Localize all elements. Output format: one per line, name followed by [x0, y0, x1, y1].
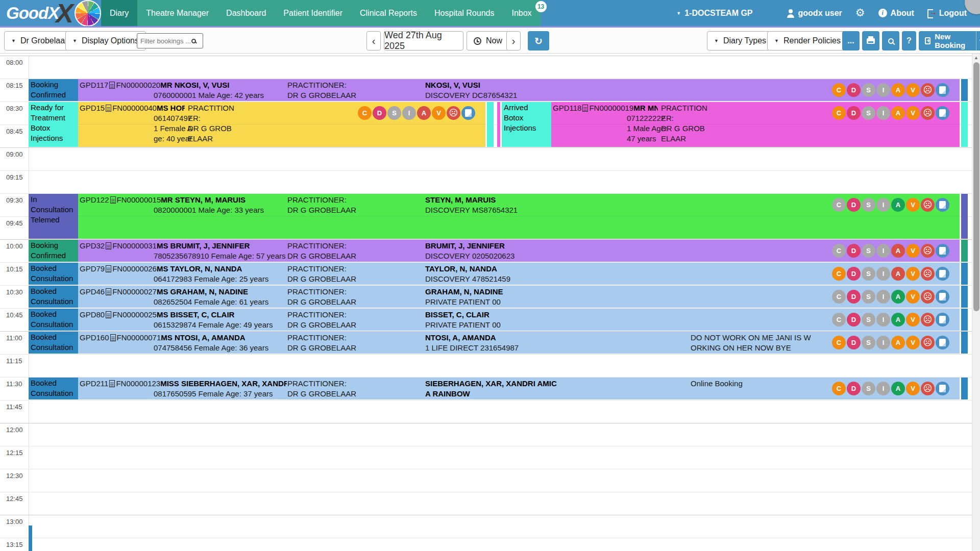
booking-graham[interactable]: Booked ConsultationGPD46FN00000027MS GRA… [29, 286, 968, 308]
note-button[interactable] [936, 106, 949, 120]
refresh-button[interactable]: ↻ [528, 31, 549, 51]
prev-day-button[interactable]: ‹ [366, 31, 381, 51]
document-icon[interactable] [582, 105, 588, 112]
time-slot-11:15[interactable]: 11:15 [0, 354, 972, 377]
print-button[interactable] [862, 31, 879, 51]
time-slot-12:00[interactable]: 12:00 [0, 423, 972, 446]
document-icon[interactable] [110, 334, 116, 341]
sad-face-button[interactable]: ☹ [921, 313, 935, 327]
diary-types-dropdown[interactable]: ▼ Diary Types [707, 31, 773, 51]
action-I-button[interactable]: I [876, 267, 890, 281]
nav-item-clinical-reports[interactable]: Clinical Reports [351, 0, 426, 26]
document-icon[interactable] [106, 288, 111, 295]
action-I-button[interactable]: I [402, 106, 416, 120]
action-C-button[interactable]: C [832, 336, 846, 349]
filter-bookings-input[interactable] [140, 37, 191, 45]
sad-face-button[interactable]: ☹ [447, 106, 460, 120]
action-A-button[interactable]: A [891, 336, 905, 349]
help-button[interactable]: ? [902, 31, 916, 51]
action-C-button[interactable]: C [832, 106, 846, 120]
action-V-button[interactable]: V [906, 106, 920, 120]
nav-item-dashboard[interactable]: Dashboard [217, 0, 275, 26]
sad-face-button[interactable]: ☹ [921, 198, 935, 212]
action-I-button[interactable]: I [876, 83, 890, 97]
more-button[interactable]: ... [842, 31, 860, 51]
time-slot-12:30[interactable]: 12:30 [0, 469, 972, 492]
action-A-button[interactable]: A [891, 290, 905, 304]
new-booking-main[interactable]: New Booking [919, 32, 976, 49]
action-I-button[interactable]: I [876, 382, 890, 395]
time-slot-11:45[interactable]: 11:45 [0, 400, 972, 423]
note-button[interactable] [936, 290, 949, 304]
action-V-button[interactable]: V [906, 290, 920, 304]
nav-item-hospital-rounds[interactable]: Hospital Rounds [426, 0, 503, 26]
action-V-button[interactable]: V [432, 106, 446, 120]
now-button[interactable]: Now [467, 31, 509, 51]
action-D-button[interactable]: D [847, 198, 861, 212]
note-button[interactable] [461, 106, 475, 120]
action-I-button[interactable]: I [876, 336, 890, 349]
action-V-button[interactable]: V [906, 244, 920, 258]
time-slot-09:00[interactable]: 09:00 [0, 147, 972, 170]
about-button[interactable]: i About [878, 9, 914, 18]
time-slot-12:15[interactable]: 12:15 [0, 446, 972, 469]
sad-face-button[interactable]: ☹ [921, 336, 935, 349]
action-C-button[interactable]: C [832, 267, 846, 281]
action-V-button[interactable]: V [906, 313, 920, 327]
action-I-button[interactable]: I [876, 313, 890, 327]
action-S-button[interactable]: S [862, 382, 875, 395]
action-D-button[interactable]: D [373, 106, 386, 120]
action-A-button[interactable]: A [891, 382, 905, 395]
practitioner-dropdown[interactable]: ▼ Dr Grobelaar [4, 31, 75, 51]
action-C-button[interactable]: C [832, 244, 846, 258]
action-V-button[interactable]: V [906, 336, 920, 349]
booking-taylor[interactable]: Booked ConsultationGPD79FN00000026MS TAY… [29, 263, 968, 285]
booking-nkosi[interactable]: Booking ConfirmedGPD117FN00000020MR NKOS… [29, 79, 968, 101]
document-icon[interactable] [106, 265, 111, 272]
time-slot-08:00[interactable]: 08:00 [0, 56, 972, 79]
sad-face-button[interactable]: ☹ [921, 290, 935, 304]
booking-steyn[interactable]: In Consultation TelemedGPD122FN00000015M… [29, 194, 968, 239]
booking-sieberhagen[interactable]: Booked ConsultationGPD211FN00000123MISS … [29, 378, 968, 399]
action-V-button[interactable]: V [906, 382, 920, 395]
action-A-button[interactable]: A [891, 313, 905, 327]
note-button[interactable] [936, 382, 949, 395]
action-V-button[interactable]: V [906, 198, 920, 212]
time-slot-13:15[interactable]: 13:15 [0, 538, 972, 551]
action-I-button[interactable]: I [876, 106, 890, 120]
document-icon[interactable] [109, 380, 115, 387]
action-S-button[interactable]: S [862, 83, 875, 97]
note-button[interactable] [936, 267, 949, 281]
document-icon[interactable] [106, 105, 111, 112]
action-A-button[interactable]: A [891, 198, 905, 212]
document-icon[interactable] [109, 82, 115, 89]
action-S-button[interactable]: S [862, 336, 875, 349]
time-slot-12:45[interactable]: 12:45 [0, 492, 972, 515]
booking-hoffer[interactable]: Ready for Treatment Botox InjectionsGPD1… [29, 102, 494, 147]
date-display[interactable]: Wed 27th Aug 2025 [384, 31, 463, 51]
action-D-button[interactable]: D [847, 313, 861, 327]
note-button[interactable] [936, 244, 949, 258]
action-S-button[interactable]: S [387, 106, 401, 120]
action-I-button[interactable]: I [876, 244, 890, 258]
action-A-button[interactable]: A [417, 106, 431, 120]
nav-item-diary[interactable]: Diary [101, 0, 137, 26]
action-A-button[interactable]: A [891, 106, 905, 120]
note-button[interactable] [936, 83, 949, 97]
nav-item-theatre-manager[interactable]: Theatre Manager [137, 0, 217, 26]
action-I-button[interactable]: I [876, 290, 890, 304]
action-S-button[interactable]: S [862, 198, 875, 212]
scrollbar-thumb[interactable] [973, 62, 979, 311]
note-button[interactable] [936, 198, 949, 212]
logout-button[interactable]: → Logout [927, 9, 967, 18]
settings-button[interactable]: ⚙ [855, 8, 865, 18]
action-D-button[interactable]: D [847, 336, 861, 349]
action-V-button[interactable]: V [906, 83, 920, 97]
time-slot-09:15[interactable]: 09:15 [0, 170, 972, 193]
action-A-button[interactable]: A [891, 244, 905, 258]
action-V-button[interactable]: V [906, 267, 920, 281]
action-C-button[interactable]: C [832, 83, 846, 97]
display-options-dropdown[interactable]: ▼ Display Options [65, 31, 146, 51]
action-C-button[interactable]: C [832, 198, 846, 212]
action-A-button[interactable]: A [891, 83, 905, 97]
